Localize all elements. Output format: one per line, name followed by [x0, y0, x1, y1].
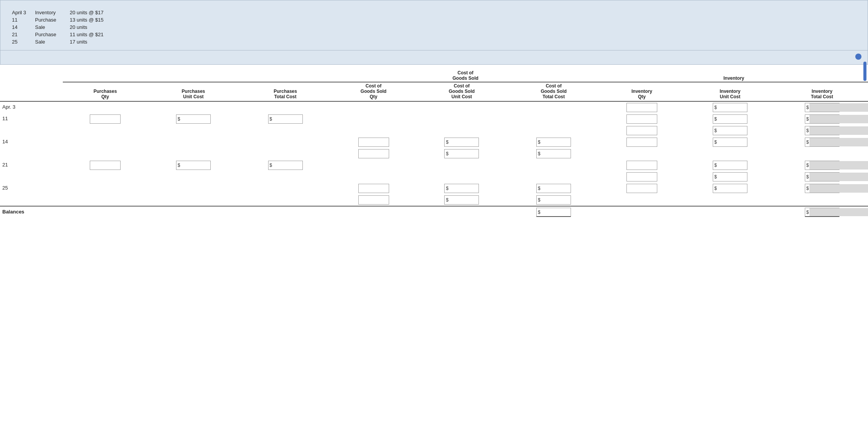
table-input[interactable] — [626, 184, 657, 193]
empty-cell — [148, 194, 240, 206]
dollar-input-field[interactable] — [273, 115, 332, 123]
dollar-input-field[interactable] — [541, 149, 601, 158]
date-cell-25: 25 — [0, 183, 63, 194]
intro-row-date: 14 — [10, 24, 34, 31]
dollar-input-field[interactable] — [718, 126, 777, 135]
intro-row-type: Purchase — [34, 31, 68, 38]
dollar-input-wrapper: $ — [713, 138, 747, 147]
dollar-input-field[interactable] — [541, 196, 601, 204]
table-input[interactable] — [626, 138, 657, 147]
dollar-input-field[interactable] — [181, 161, 240, 170]
scrollbar-indicator[interactable] — [863, 62, 866, 81]
input-cell: $ — [776, 113, 868, 125]
dollar-input-field[interactable] — [809, 173, 868, 181]
input-cell: $ — [684, 160, 776, 171]
table-row-21-main: 21$$$$ — [0, 160, 868, 171]
blue-dot-indicator — [855, 54, 861, 60]
table-input[interactable] — [90, 114, 121, 124]
dollar-input-field[interactable] — [809, 115, 868, 123]
table-row-apr3: Apr. 3$$ — [0, 101, 868, 113]
dollar-sign: $ — [713, 174, 718, 180]
dollar-input-field[interactable] — [718, 173, 777, 181]
empty-cell — [331, 113, 416, 125]
input-cell: $ — [684, 183, 776, 194]
dollar-input-field[interactable] — [449, 184, 509, 193]
table-input[interactable] — [90, 161, 121, 170]
intro-row-type: Purchase — [34, 16, 68, 24]
dollar-input-field[interactable] — [449, 138, 509, 146]
input-cell: $ — [508, 148, 600, 160]
dollar-input-field[interactable] — [718, 161, 777, 170]
header-cogs-group: Cost ofGoods Sold — [331, 69, 600, 82]
input-cell: $ — [239, 113, 331, 125]
header-purchases-total-cost: PurchasesTotal Cost — [239, 82, 331, 101]
inventory-table: Cost ofGoods Sold Inventory PurchasesQty… — [0, 69, 868, 218]
table-input[interactable] — [358, 138, 389, 147]
inventory-table-wrapper: Cost ofGoods Sold Inventory PurchasesQty… — [0, 65, 868, 218]
dollar-sign: $ — [713, 128, 718, 133]
dollar-sign: $ — [537, 139, 541, 145]
dollar-input-field[interactable] — [809, 138, 868, 146]
dollar-input-field[interactable] — [809, 208, 868, 216]
dollar-sign: $ — [269, 163, 273, 168]
table-input[interactable] — [358, 149, 389, 158]
dollar-input-field[interactable] — [718, 115, 777, 123]
dollar-input-wrapper: $ — [805, 208, 839, 217]
dollar-input-field[interactable] — [449, 149, 509, 158]
dollar-input-field[interactable] — [541, 208, 601, 216]
dollar-sign: $ — [805, 186, 810, 191]
empty-cell — [63, 206, 147, 218]
empty-cell — [416, 160, 508, 171]
empty-cell — [239, 125, 331, 136]
empty-cell — [508, 125, 600, 136]
dollar-input-field[interactable] — [718, 138, 777, 146]
dollar-sign: $ — [537, 186, 541, 191]
header-purchases-group — [63, 69, 331, 82]
dollar-sign: $ — [805, 174, 810, 180]
dollar-input-field[interactable] — [809, 103, 868, 112]
empty-cell — [239, 194, 331, 206]
intro-data-row: April 3 Inventory 20 units @ $17 — [10, 9, 108, 16]
empty-cell — [63, 183, 147, 194]
dollar-input-field[interactable] — [181, 115, 240, 123]
dollar-input-wrapper: $ — [176, 114, 211, 124]
dollar-input-wrapper: $ — [536, 184, 571, 193]
dollar-sign: $ — [445, 151, 449, 156]
input-cell — [599, 183, 684, 194]
intro-row-detail: 20 units — [68, 24, 108, 31]
empty-cell — [684, 148, 776, 160]
table-input[interactable] — [626, 103, 657, 112]
dollar-input-wrapper: $ — [444, 138, 479, 147]
table-input[interactable] — [626, 126, 657, 135]
intro-data-table: April 3 Inventory 20 units @ $17 11 Purc… — [10, 9, 108, 45]
dollar-input-wrapper: $ — [805, 103, 839, 112]
table-input[interactable] — [626, 172, 657, 181]
dollar-input-field[interactable] — [718, 184, 777, 193]
empty-cell — [63, 136, 147, 148]
empty-cell — [684, 194, 776, 206]
dollar-input-field[interactable] — [541, 184, 601, 193]
dollar-input-field[interactable] — [809, 184, 868, 193]
dollar-input-wrapper: $ — [805, 161, 839, 170]
dollar-sign: $ — [176, 116, 181, 122]
input-cell: $ — [416, 194, 508, 206]
table-input[interactable] — [626, 161, 657, 170]
intro-data-row: 14 Sale 20 units — [10, 24, 108, 31]
dollar-input-field[interactable] — [809, 161, 868, 170]
dollar-input-field[interactable] — [273, 161, 332, 170]
dollar-sign: $ — [805, 163, 810, 168]
dollar-input-wrapper: $ — [805, 126, 839, 135]
dollar-input-field[interactable] — [809, 126, 868, 135]
empty-cell — [331, 171, 416, 183]
dollar-input-field[interactable] — [718, 103, 777, 112]
dollar-input-field[interactable] — [541, 138, 601, 146]
dollar-input-wrapper: $ — [713, 126, 747, 135]
dollar-sign: $ — [713, 163, 718, 168]
empty-cell — [63, 101, 147, 113]
intro-row-date: April 3 — [10, 9, 34, 16]
table-row-11-sub: $$ — [0, 125, 868, 136]
table-input[interactable] — [358, 195, 389, 205]
dollar-input-field[interactable] — [449, 196, 509, 204]
table-input[interactable] — [358, 184, 389, 193]
table-input[interactable] — [626, 114, 657, 124]
